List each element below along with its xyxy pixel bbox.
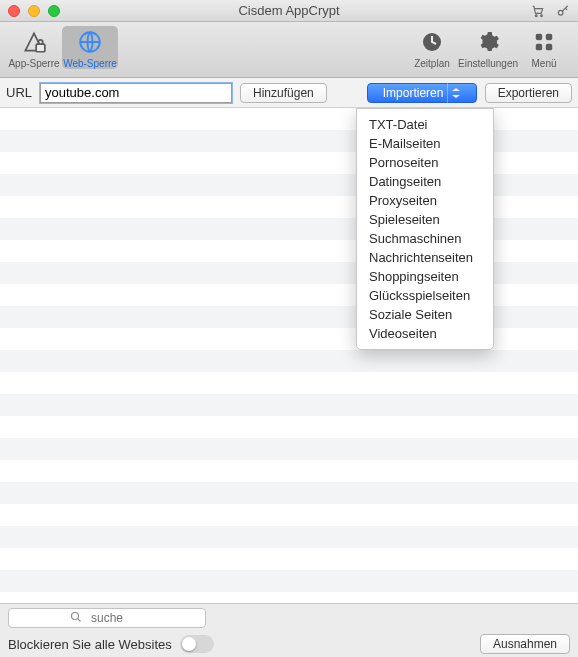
clock-icon <box>418 28 446 56</box>
import-popup[interactable]: Importieren <box>367 83 477 103</box>
grid-icon <box>530 28 558 56</box>
url-list: TXT-DateiE-MailseitenPornoseitenDatingse… <box>0 108 578 603</box>
tab-app-lock[interactable]: App-Sperre <box>6 26 62 69</box>
table-row <box>0 460 578 482</box>
table-row <box>0 438 578 460</box>
table-row <box>0 570 578 592</box>
svg-rect-9 <box>546 44 552 50</box>
table-row <box>0 350 578 372</box>
table-row <box>0 416 578 438</box>
import-menu-item[interactable]: Proxyseiten <box>357 191 493 210</box>
tab-web-lock-label: Web-Sperre <box>63 58 117 69</box>
import-dropdown-menu: TXT-DateiE-MailseitenPornoseitenDatingse… <box>356 108 494 350</box>
key-icon[interactable] <box>556 4 570 18</box>
url-input[interactable] <box>40 83 232 103</box>
table-row <box>0 372 578 394</box>
menu-label: Menü <box>531 58 556 69</box>
toolbar: App-Sperre Web-Sperre Zeitplan Einstellu… <box>0 22 578 78</box>
menu-button[interactable]: Menü <box>516 26 572 69</box>
close-window-button[interactable] <box>8 5 20 17</box>
import-menu-item[interactable]: Glücksspielseiten <box>357 286 493 305</box>
table-row <box>0 394 578 416</box>
import-menu-item[interactable]: E-Mailseiten <box>357 134 493 153</box>
url-label: URL <box>6 85 32 100</box>
schedule-label: Zeitplan <box>414 58 450 69</box>
web-lock-icon <box>76 28 104 56</box>
table-row <box>0 548 578 570</box>
table-row <box>0 482 578 504</box>
import-menu-item[interactable]: TXT-Datei <box>357 115 493 134</box>
svg-point-1 <box>541 14 543 16</box>
import-menu-item[interactable]: Nachrichtenseiten <box>357 248 493 267</box>
minimize-window-button[interactable] <box>28 5 40 17</box>
export-button[interactable]: Exportieren <box>485 83 572 103</box>
table-row <box>0 592 578 603</box>
import-menu-item[interactable]: Spieleseiten <box>357 210 493 229</box>
import-menu-item[interactable]: Suchmaschinen <box>357 229 493 248</box>
chevron-down-icon <box>452 88 460 98</box>
settings-button[interactable]: Einstellungen <box>460 26 516 69</box>
import-menu-item[interactable]: Pornoseiten <box>357 153 493 172</box>
url-row: URL Hinzufügen Importieren Exportieren <box>0 78 578 108</box>
cart-icon[interactable] <box>530 4 546 18</box>
svg-rect-7 <box>546 34 552 40</box>
import-menu-item[interactable]: Datingseiten <box>357 172 493 191</box>
svg-rect-3 <box>36 44 45 52</box>
import-menu-item[interactable]: Videoseiten <box>357 324 493 343</box>
add-button[interactable]: Hinzufügen <box>240 83 327 103</box>
svg-rect-6 <box>536 34 542 40</box>
footer: Blockieren Sie alle Websites Ausnahmen <box>0 603 578 657</box>
svg-point-0 <box>535 14 537 16</box>
svg-rect-8 <box>536 44 542 50</box>
settings-label: Einstellungen <box>458 58 518 69</box>
window-title: Cisdem AppCrypt <box>0 3 578 18</box>
table-row <box>0 504 578 526</box>
import-menu-item[interactable]: Shoppingseiten <box>357 267 493 286</box>
import-label: Importieren <box>383 86 444 100</box>
exceptions-button[interactable]: Ausnahmen <box>480 634 570 654</box>
table-row <box>0 526 578 548</box>
tab-web-lock[interactable]: Web-Sperre <box>62 26 118 69</box>
app-lock-icon <box>20 28 48 56</box>
titlebar: Cisdem AppCrypt <box>0 0 578 22</box>
gear-icon <box>474 28 502 56</box>
tab-app-lock-label: App-Sperre <box>8 58 59 69</box>
schedule-button[interactable]: Zeitplan <box>404 26 460 69</box>
block-all-toggle[interactable] <box>180 635 214 653</box>
zoom-window-button[interactable] <box>48 5 60 17</box>
traffic-lights <box>8 5 60 17</box>
block-all-label: Blockieren Sie alle Websites <box>8 637 172 652</box>
search-input[interactable] <box>8 608 206 628</box>
divider <box>447 83 448 103</box>
import-menu-item[interactable]: Soziale Seiten <box>357 305 493 324</box>
